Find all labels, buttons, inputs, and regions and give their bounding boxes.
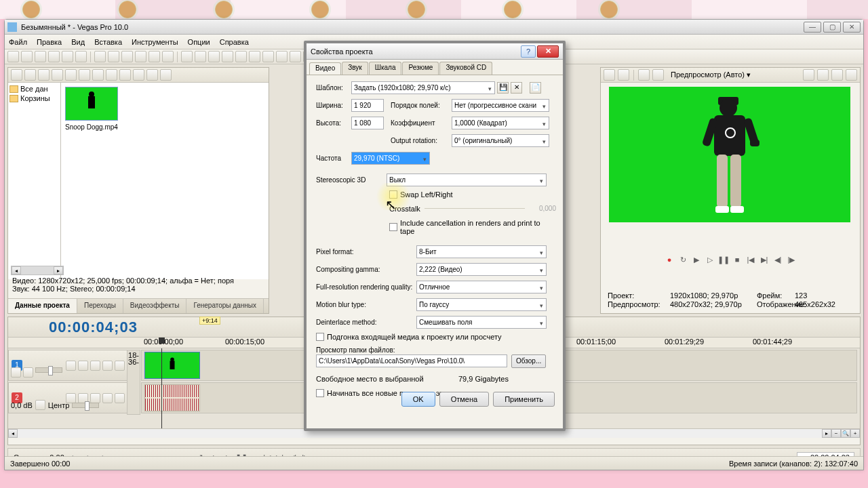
step-back-icon[interactable]: ◀| [773,255,783,264]
tool-icon[interactable] [149,51,160,62]
template-select[interactable]: Задать (1920x1080; 29,970 к/с) [351,81,495,94]
preview-tool-icon[interactable] [817,69,829,81]
tool-icon[interactable] [208,51,220,62]
tool-icon[interactable] [235,51,247,62]
save-template-icon[interactable]: 💾 [497,82,509,94]
tab-video[interactable]: Видео [309,62,341,75]
tool-icon[interactable] [94,51,106,62]
width-input[interactable] [351,99,384,112]
level-slider[interactable] [35,367,62,373]
media-tool-icon[interactable] [65,69,77,81]
tool-icon[interactable] [181,51,193,62]
tool-icon[interactable] [108,51,119,62]
pixel-format-select[interactable]: 8-Бит [416,245,547,258]
preview-tool-icon[interactable] [618,69,629,81]
framerate-select[interactable]: 29,970 (NTSC) [351,152,430,165]
tab-video-fx[interactable]: Видеоэффекты [123,299,187,313]
media-tool-icon[interactable] [38,69,50,81]
media-thumbnails[interactable]: Snoop Dogg.mp4 [61,83,269,279]
media-tool-icon[interactable] [24,69,36,81]
tool-icon[interactable] [121,51,133,62]
gamma-select[interactable]: 2,222 (Видео) [416,263,547,276]
tab-summary[interactable]: Резюме [402,62,439,75]
track-btn[interactable] [78,361,88,371]
audio-clip[interactable] [144,384,200,411]
tool-icon[interactable] [35,51,46,62]
media-tool-icon[interactable] [119,69,131,81]
clip-thumbnail[interactable] [65,87,118,121]
media-tool-icon[interactable] [52,69,63,81]
track-btn[interactable] [66,361,76,371]
ok-button[interactable]: OK [401,392,435,407]
preview-tool-icon[interactable] [604,69,615,81]
menu-tools[interactable]: Инструменты [132,38,178,46]
tool-icon[interactable] [249,51,260,62]
menu-options[interactable]: Опции [188,38,210,46]
tool-icon[interactable] [262,51,274,62]
track-btn[interactable] [115,393,125,403]
tab-generators[interactable]: Генераторы данных [186,299,263,313]
preview-tool-icon[interactable] [652,69,664,81]
preview-tool-icon[interactable] [831,69,843,81]
include-checkbox[interactable] [389,223,397,231]
tab-transitions[interactable]: Переходы [77,299,123,313]
dialog-close-button[interactable]: ✕ [537,45,559,58]
tool-icon[interactable] [48,51,60,62]
track-btn[interactable] [23,367,33,378]
tool-icon[interactable] [290,51,301,62]
media-tool-icon[interactable] [133,69,144,81]
tool-icon[interactable] [195,51,206,62]
media-tool-icon[interactable] [160,69,172,81]
tool-icon[interactable] [135,51,146,62]
menu-help[interactable]: Справка [220,38,249,46]
menu-insert[interactable]: Вставка [94,38,122,46]
loop-icon[interactable]: ↻ [678,255,688,264]
browse-button[interactable]: Обзор... [511,354,546,368]
record-icon[interactable]: ● [665,255,674,264]
tool-icon[interactable] [7,51,19,62]
video-clip[interactable] [144,352,200,379]
playhead[interactable] [161,348,162,428]
skip-start-icon[interactable]: |◀ [746,255,755,264]
play-icon[interactable]: ▶ [692,255,701,264]
delete-template-icon[interactable]: ✕ [511,82,522,94]
start-new-checkbox[interactable] [316,389,324,397]
preview-quality[interactable]: Предпросмотр (Авто) ▾ [667,70,800,79]
tab-cd[interactable]: Звуковой CD [439,62,492,75]
tool-icon[interactable] [222,51,233,62]
track-btn[interactable] [90,361,100,371]
media-tool-icon[interactable] [11,69,22,81]
adjust-media-checkbox[interactable] [316,333,324,341]
preview-tool-icon[interactable] [846,69,857,81]
play-from-start-icon[interactable]: ▷ [705,255,715,264]
rotation-select[interactable]: 0° (оригинальный) [452,134,549,147]
deinterlace-select[interactable]: Смешивать поля [416,316,547,329]
tool-icon[interactable] [276,51,288,62]
aspect-select[interactable]: 1,0000 (Квадрат) [452,117,549,129]
tool-icon[interactable] [62,51,73,62]
pause-icon[interactable]: ❚❚ [719,255,728,264]
apply-button[interactable]: Применить [493,392,555,407]
tree-scrollbar[interactable]: ◂▸ [11,266,64,275]
stereo3d-select[interactable]: Выкл [387,174,547,186]
maximize-button[interactable]: ▢ [823,22,841,33]
tool-icon[interactable] [21,51,33,62]
motion-blur-select[interactable]: По гауссу [416,298,547,311]
track-btn[interactable] [35,400,45,410]
skip-end-icon[interactable]: ▶| [760,255,769,264]
tab-project-data[interactable]: Данные проекта [8,299,77,313]
media-tool-icon[interactable] [106,69,117,81]
media-tool-icon[interactable] [79,69,90,81]
swap-checkbox[interactable] [389,190,397,199]
minimize-button[interactable]: — [804,22,821,33]
track-btn[interactable] [11,367,21,378]
prerender-folder-input[interactable] [316,354,507,367]
menu-view[interactable]: Вид [71,38,85,46]
step-fwd-icon[interactable]: |▶ [787,255,796,264]
crosstalk-slider[interactable] [425,208,525,209]
media-tree[interactable]: Все дан Корзины [8,83,61,279]
menu-file[interactable]: Файл [9,38,27,46]
tab-audio[interactable]: Звук [342,62,368,75]
tab-ruler[interactable]: Шкала [369,62,402,75]
media-tool-icon[interactable] [92,69,104,81]
